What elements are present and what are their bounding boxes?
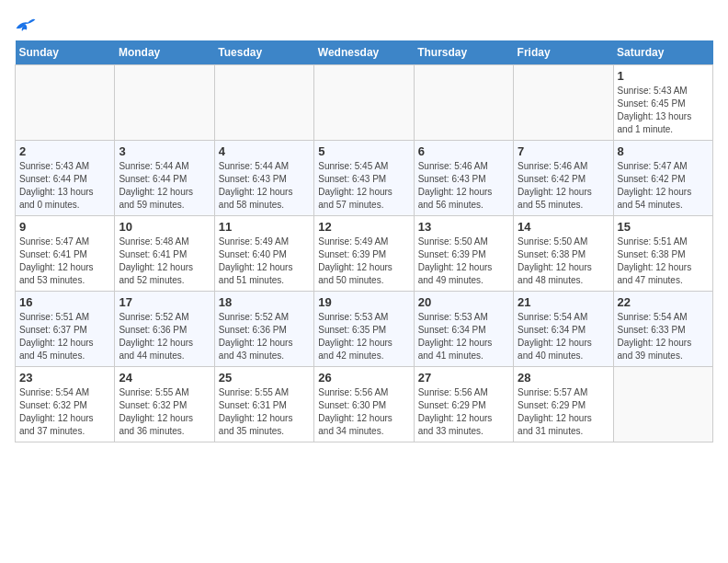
calendar-cell: 23Sunrise: 5:54 AM Sunset: 6:32 PM Dayli… (16, 367, 115, 442)
calendar-cell: 14Sunrise: 5:50 AM Sunset: 6:38 PM Dayli… (514, 216, 613, 292)
day-number: 24 (119, 371, 210, 385)
calendar-cell: 21Sunrise: 5:54 AM Sunset: 6:34 PM Dayli… (514, 292, 613, 367)
calendar-cell: 2Sunrise: 5:43 AM Sunset: 6:44 PM Daylig… (16, 141, 115, 216)
day-number: 18 (219, 295, 310, 309)
day-number: 19 (318, 295, 409, 309)
header-friday: Friday (514, 40, 613, 65)
calendar-cell (115, 65, 214, 141)
day-info: Sunrise: 5:44 AM Sunset: 6:44 PM Dayligh… (119, 160, 210, 212)
day-info: Sunrise: 5:47 AM Sunset: 6:41 PM Dayligh… (19, 236, 110, 287)
calendar-table: SundayMondayTuesdayWednesdayThursdayFrid… (15, 40, 713, 442)
day-number: 25 (219, 371, 310, 385)
day-number: 4 (219, 144, 310, 158)
day-info: Sunrise: 5:46 AM Sunset: 6:42 PM Dayligh… (518, 160, 609, 212)
day-number: 20 (418, 295, 509, 309)
logo-bird-icon (15, 15, 37, 33)
calendar-cell (214, 65, 313, 141)
day-info: Sunrise: 5:43 AM Sunset: 6:45 PM Dayligh… (618, 85, 709, 136)
day-number: 10 (119, 220, 210, 234)
calendar-cell: 27Sunrise: 5:56 AM Sunset: 6:29 PM Dayli… (414, 367, 513, 442)
day-info: Sunrise: 5:46 AM Sunset: 6:43 PM Dayligh… (418, 160, 509, 212)
calendar-cell: 26Sunrise: 5:56 AM Sunset: 6:30 PM Dayli… (314, 367, 414, 442)
week-row-2: 9Sunrise: 5:47 AM Sunset: 6:41 PM Daylig… (16, 216, 713, 292)
header-thursday: Thursday (414, 40, 513, 65)
calendar-cell: 1Sunrise: 5:43 AM Sunset: 6:45 PM Daylig… (613, 65, 712, 141)
day-info: Sunrise: 5:56 AM Sunset: 6:29 PM Dayligh… (418, 386, 509, 438)
calendar-cell: 25Sunrise: 5:55 AM Sunset: 6:31 PM Dayli… (214, 367, 313, 442)
day-info: Sunrise: 5:53 AM Sunset: 6:34 PM Dayligh… (418, 311, 509, 362)
day-info: Sunrise: 5:49 AM Sunset: 6:40 PM Dayligh… (219, 236, 310, 287)
day-info: Sunrise: 5:54 AM Sunset: 6:33 PM Dayligh… (618, 311, 709, 362)
calendar-cell: 20Sunrise: 5:53 AM Sunset: 6:34 PM Dayli… (414, 292, 513, 367)
header-wednesday: Wednesday (314, 40, 414, 65)
calendar-header: SundayMondayTuesdayWednesdayThursdayFrid… (16, 40, 713, 65)
day-info: Sunrise: 5:47 AM Sunset: 6:42 PM Dayligh… (618, 160, 709, 212)
day-number: 14 (518, 220, 609, 234)
day-info: Sunrise: 5:54 AM Sunset: 6:34 PM Dayligh… (518, 311, 609, 362)
week-row-3: 16Sunrise: 5:51 AM Sunset: 6:37 PM Dayli… (16, 292, 713, 367)
calendar-cell: 19Sunrise: 5:53 AM Sunset: 6:35 PM Dayli… (314, 292, 414, 367)
calendar-cell (16, 65, 115, 141)
calendar-cell (414, 65, 513, 141)
day-number: 5 (318, 144, 409, 158)
header-tuesday: Tuesday (214, 40, 313, 65)
calendar-cell: 13Sunrise: 5:50 AM Sunset: 6:39 PM Dayli… (414, 216, 513, 292)
day-number: 26 (318, 371, 409, 385)
day-info: Sunrise: 5:52 AM Sunset: 6:36 PM Dayligh… (219, 311, 310, 362)
day-info: Sunrise: 5:56 AM Sunset: 6:30 PM Dayligh… (318, 386, 409, 438)
calendar-cell: 16Sunrise: 5:51 AM Sunset: 6:37 PM Dayli… (16, 292, 115, 367)
calendar-cell: 10Sunrise: 5:48 AM Sunset: 6:41 PM Dayli… (115, 216, 214, 292)
day-number: 27 (418, 371, 509, 385)
day-info: Sunrise: 5:55 AM Sunset: 6:31 PM Dayligh… (219, 386, 310, 438)
calendar-cell: 8Sunrise: 5:47 AM Sunset: 6:42 PM Daylig… (613, 141, 712, 216)
calendar-cell (613, 367, 712, 442)
day-number: 3 (119, 144, 210, 158)
day-number: 15 (618, 220, 709, 234)
calendar-cell (314, 65, 414, 141)
day-info: Sunrise: 5:55 AM Sunset: 6:32 PM Dayligh… (119, 386, 210, 438)
calendar-cell: 9Sunrise: 5:47 AM Sunset: 6:41 PM Daylig… (16, 216, 115, 292)
calendar-cell: 15Sunrise: 5:51 AM Sunset: 6:38 PM Dayli… (613, 216, 712, 292)
day-number: 22 (618, 295, 709, 309)
header-monday: Monday (115, 40, 214, 65)
day-info: Sunrise: 5:57 AM Sunset: 6:29 PM Dayligh… (518, 386, 609, 438)
calendar-cell: 4Sunrise: 5:44 AM Sunset: 6:43 PM Daylig… (214, 141, 313, 216)
day-info: Sunrise: 5:54 AM Sunset: 6:32 PM Dayligh… (19, 386, 110, 438)
day-number: 8 (618, 144, 709, 158)
day-number: 13 (418, 220, 509, 234)
day-number: 17 (119, 295, 210, 309)
day-number: 11 (219, 220, 310, 234)
day-info: Sunrise: 5:53 AM Sunset: 6:35 PM Dayligh… (318, 311, 409, 362)
calendar-cell: 18Sunrise: 5:52 AM Sunset: 6:36 PM Dayli… (214, 292, 313, 367)
calendar-cell (514, 65, 613, 141)
day-info: Sunrise: 5:51 AM Sunset: 6:37 PM Dayligh… (19, 311, 110, 362)
day-info: Sunrise: 5:50 AM Sunset: 6:39 PM Dayligh… (418, 236, 509, 287)
header-saturday: Saturday (613, 40, 712, 65)
calendar-cell: 24Sunrise: 5:55 AM Sunset: 6:32 PM Dayli… (115, 367, 214, 442)
calendar-cell: 12Sunrise: 5:49 AM Sunset: 6:39 PM Dayli… (314, 216, 414, 292)
calendar-cell: 17Sunrise: 5:52 AM Sunset: 6:36 PM Dayli… (115, 292, 214, 367)
day-info: Sunrise: 5:44 AM Sunset: 6:43 PM Dayligh… (219, 160, 310, 212)
week-row-4: 23Sunrise: 5:54 AM Sunset: 6:32 PM Dayli… (16, 367, 713, 442)
week-row-0: 1Sunrise: 5:43 AM Sunset: 6:45 PM Daylig… (16, 65, 713, 141)
header (15, 15, 713, 33)
day-info: Sunrise: 5:49 AM Sunset: 6:39 PM Dayligh… (318, 236, 409, 287)
day-number: 21 (518, 295, 609, 309)
week-row-1: 2Sunrise: 5:43 AM Sunset: 6:44 PM Daylig… (16, 141, 713, 216)
calendar-cell: 11Sunrise: 5:49 AM Sunset: 6:40 PM Dayli… (214, 216, 313, 292)
calendar-cell: 5Sunrise: 5:45 AM Sunset: 6:43 PM Daylig… (314, 141, 414, 216)
day-info: Sunrise: 5:45 AM Sunset: 6:43 PM Dayligh… (318, 160, 409, 212)
calendar-body: 1Sunrise: 5:43 AM Sunset: 6:45 PM Daylig… (16, 65, 713, 442)
header-row: SundayMondayTuesdayWednesdayThursdayFrid… (16, 40, 713, 65)
day-number: 7 (518, 144, 609, 158)
day-number: 23 (19, 371, 110, 385)
calendar-cell: 3Sunrise: 5:44 AM Sunset: 6:44 PM Daylig… (115, 141, 214, 216)
header-sunday: Sunday (16, 40, 115, 65)
day-number: 16 (19, 295, 110, 309)
day-info: Sunrise: 5:50 AM Sunset: 6:38 PM Dayligh… (518, 236, 609, 287)
day-number: 28 (518, 371, 609, 385)
day-number: 12 (318, 220, 409, 234)
calendar-cell: 7Sunrise: 5:46 AM Sunset: 6:42 PM Daylig… (514, 141, 613, 216)
day-number: 6 (418, 144, 509, 158)
day-info: Sunrise: 5:51 AM Sunset: 6:38 PM Dayligh… (618, 236, 709, 287)
